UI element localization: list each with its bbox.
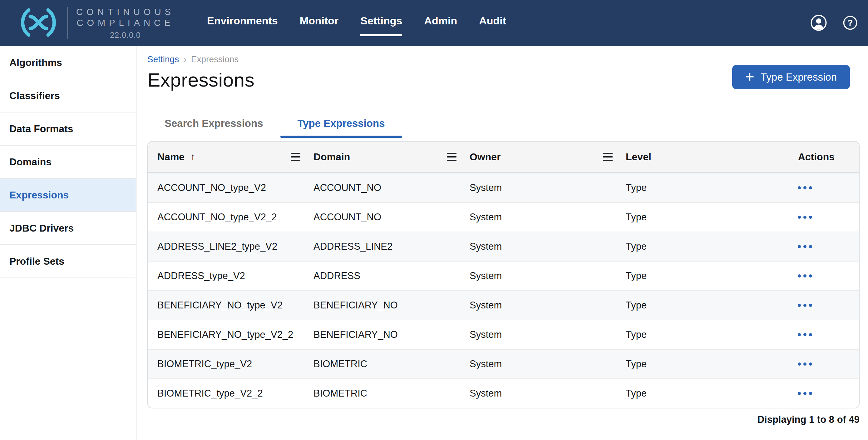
cell-domain: ADDRESS: [304, 270, 460, 282]
table-header-row: Name ↑ Domain Owner Level Actions: [148, 142, 859, 173]
ellipsis-icon: [798, 216, 801, 219]
cell-owner: System: [460, 300, 616, 311]
column-header-level[interactable]: Level: [616, 142, 772, 172]
sort-ascending-icon: ↑: [190, 151, 195, 163]
table-row: BIOMETRIC_type_V2 BIOMETRIC System Type: [148, 349, 859, 378]
table-row: BENEFICIARY_NO_type_V2 BENEFICIARY_NO Sy…: [148, 290, 859, 320]
nav-item-settings[interactable]: Settings: [360, 12, 402, 29]
column-menu-icon[interactable]: [603, 151, 613, 163]
brand-line-2: COMPLIANCE: [77, 18, 174, 28]
brand-divider: [67, 7, 68, 39]
sidebar-item-data-formats[interactable]: Data Formats: [0, 113, 136, 146]
cell-domain: ACCOUNT_NO: [304, 182, 460, 194]
cell-name: BENEFICIARY_NO_type_V2: [148, 300, 304, 311]
sidebar-item-profile-sets[interactable]: Profile Sets: [0, 245, 136, 278]
nav-item-environments[interactable]: Environments: [207, 12, 278, 29]
help-circle-icon: ?: [843, 15, 858, 31]
top-navbar: CONTINUOUS COMPLIANCE 22.0.0.0 Environme…: [0, 0, 868, 46]
table-row: BIOMETRIC_type_V2_2 BIOMETRIC System Typ…: [148, 378, 859, 408]
user-circle-icon: [810, 14, 827, 32]
breadcrumb: Settings › Expressions: [147, 54, 868, 64]
cell-level: Type: [616, 329, 772, 340]
cell-domain: BENEFICIARY_NO: [304, 329, 460, 340]
row-actions-menu-button[interactable]: [795, 271, 815, 281]
cell-name: BENEFICIARY_NO_type_V2_2: [148, 329, 304, 340]
cell-owner: System: [460, 358, 616, 370]
brand[interactable]: CONTINUOUS COMPLIANCE 22.0.0.0: [18, 6, 175, 40]
cell-domain: BIOMETRIC: [304, 358, 460, 370]
table-row: ACCOUNT_NO_type_V2 ACCOUNT_NO System Typ…: [148, 173, 859, 202]
tab-search-expressions[interactable]: Search Expressions: [147, 117, 280, 138]
row-actions-menu-button[interactable]: [795, 241, 815, 252]
cell-owner: System: [460, 270, 616, 282]
cell-level: Type: [616, 388, 772, 399]
breadcrumb-current: Expressions: [191, 54, 239, 64]
cell-level: Type: [616, 358, 772, 370]
version-label: 22.0.0.0: [110, 31, 141, 40]
column-header-name[interactable]: Name ↑: [148, 142, 304, 172]
cell-owner: System: [460, 329, 616, 340]
cell-name: ACCOUNT_NO_type_V2: [148, 182, 304, 194]
cell-domain: BENEFICIARY_NO: [304, 300, 460, 311]
row-actions-menu-button[interactable]: [795, 388, 815, 399]
cell-owner: System: [460, 211, 616, 223]
type-expressions-table: Name ↑ Domain Owner Level Actions ACCOUN…: [147, 141, 860, 408]
ellipsis-icon: [798, 245, 801, 248]
cell-name: ACCOUNT_NO_type_V2_2: [148, 211, 304, 223]
sidebar-item-algorithms[interactable]: Algorithms: [0, 46, 136, 79]
main-content: Settings › Expressions Expressions + Typ…: [136, 46, 868, 440]
cell-level: Type: [616, 270, 772, 282]
ellipsis-icon: [798, 304, 801, 307]
add-type-expression-label: Type Expression: [761, 71, 837, 83]
user-menu-button[interactable]: [810, 14, 827, 32]
column-header-domain[interactable]: Domain: [304, 142, 460, 172]
cell-name: BIOMETRIC_type_V2: [148, 358, 304, 370]
column-menu-icon[interactable]: [447, 151, 457, 163]
cell-owner: System: [460, 241, 616, 252]
main-nav: Environments Monitor Settings Admin Audi…: [207, 15, 506, 32]
pagination-summary: Displaying 1 to 8 of 49: [147, 414, 860, 425]
cell-level: Type: [616, 182, 772, 194]
breadcrumb-link-settings[interactable]: Settings: [147, 54, 179, 64]
navbar-actions: ?: [810, 14, 858, 32]
ellipsis-icon: [798, 333, 801, 336]
chevron-right-icon: ›: [183, 55, 187, 64]
cell-name: ADDRESS_LINE2_type_V2: [148, 241, 304, 252]
row-actions-menu-button[interactable]: [795, 300, 815, 311]
sidebar-item-domains[interactable]: Domains: [0, 146, 136, 179]
delphix-x-logo-icon: [18, 7, 59, 39]
table-row: ADDRESS_LINE2_type_V2 ADDRESS_LINE2 Syst…: [148, 232, 859, 261]
plus-icon: +: [745, 69, 754, 84]
ellipsis-icon: [798, 362, 801, 365]
column-header-owner[interactable]: Owner: [460, 142, 616, 172]
column-header-actions: Actions: [772, 142, 859, 172]
help-button[interactable]: ?: [843, 15, 858, 31]
row-actions-menu-button[interactable]: [795, 182, 815, 193]
nav-item-admin[interactable]: Admin: [424, 12, 457, 29]
nav-item-audit[interactable]: Audit: [479, 12, 506, 29]
ellipsis-icon: [798, 392, 801, 395]
cell-level: Type: [616, 300, 772, 311]
column-menu-icon[interactable]: [291, 151, 300, 163]
expressions-tabs: Search Expressions Type Expressions: [147, 117, 868, 138]
svg-text:?: ?: [848, 18, 853, 27]
cell-owner: System: [460, 388, 616, 399]
nav-item-monitor[interactable]: Monitor: [300, 12, 339, 29]
sidebar-item-jdbc-drivers[interactable]: JDBC Drivers: [0, 212, 136, 245]
cell-domain: ACCOUNT_NO: [304, 211, 460, 223]
cell-name: BIOMETRIC_type_V2_2: [148, 388, 304, 399]
row-actions-menu-button[interactable]: [795, 329, 815, 340]
sidebar-item-expressions[interactable]: Expressions: [0, 179, 136, 212]
table-row: BENEFICIARY_NO_type_V2_2 BENEFICIARY_NO …: [148, 320, 859, 349]
table-row: ACCOUNT_NO_type_V2_2 ACCOUNT_NO System T…: [148, 202, 859, 232]
row-actions-menu-button[interactable]: [795, 212, 815, 223]
add-type-expression-button[interactable]: + Type Expression: [732, 65, 850, 89]
row-actions-menu-button[interactable]: [795, 359, 815, 370]
settings-sidebar: Algorithms Classifiers Data Formats Doma…: [0, 46, 136, 440]
cell-owner: System: [460, 182, 616, 194]
tab-type-expressions[interactable]: Type Expressions: [280, 117, 402, 138]
cell-domain: BIOMETRIC: [304, 388, 460, 399]
cell-level: Type: [616, 241, 772, 252]
sidebar-item-classifiers[interactable]: Classifiers: [0, 79, 136, 113]
table-row: ADDRESS_type_V2 ADDRESS System Type: [148, 261, 859, 290]
